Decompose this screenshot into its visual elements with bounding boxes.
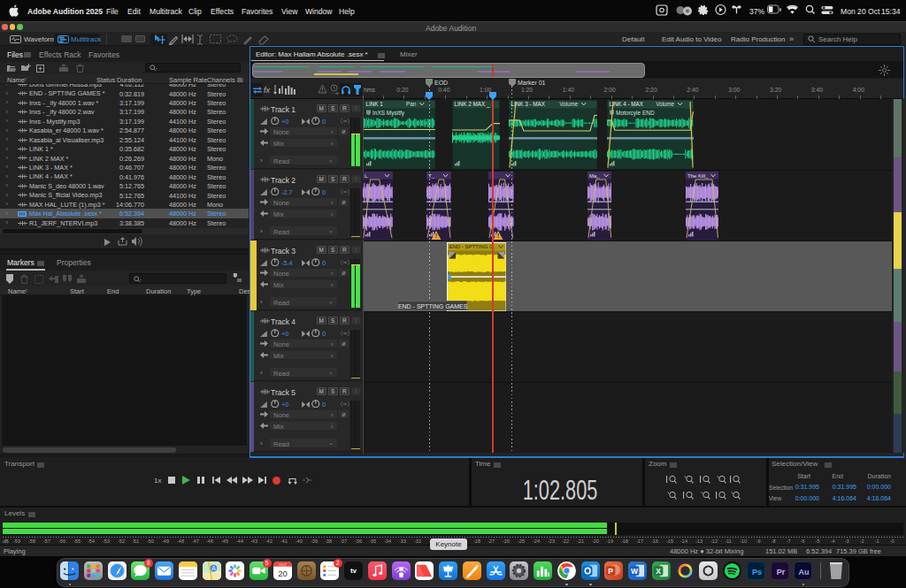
svg-text:InXS Mysitfy: InXS Mysitfy	[372, 111, 405, 118]
svg-text:Volume: Volume	[559, 101, 578, 107]
svg-text:END - SPTTING G...: END - SPTTING G...	[449, 244, 498, 249]
svg-text:Ma_: Ma_	[589, 172, 600, 178]
svg-text:P: P	[608, 567, 613, 576]
svg-text:20: 20	[278, 569, 288, 578]
svg-text:Pan: Pan	[406, 101, 417, 107]
svg-text:Au: Au	[799, 568, 810, 577]
svg-text:!: !	[497, 232, 499, 238]
svg-text:!: !	[435, 232, 437, 238]
svg-text:Pr: Pr	[776, 568, 785, 577]
svg-text:LINK 1: LINK 1	[365, 101, 383, 107]
svg-text:A: A	[211, 565, 216, 571]
svg-text:X: X	[656, 567, 661, 576]
svg-text:Ps: Ps	[752, 568, 762, 577]
svg-text:Volume: Volume	[656, 101, 675, 107]
svg-text:Motorcyle END: Motorcyle END	[616, 111, 655, 118]
svg-text:tv: tv	[350, 567, 357, 575]
svg-text:LINK 2 MAX _: LINK 2 MAX _	[455, 101, 490, 108]
svg-text:W: W	[631, 567, 639, 576]
svg-text:The Kill_: The Kill_	[687, 172, 709, 178]
svg-text:OCT: OCT	[279, 562, 287, 567]
svg-text:LINK 4 - MAX: LINK 4 - MAX	[610, 101, 644, 107]
